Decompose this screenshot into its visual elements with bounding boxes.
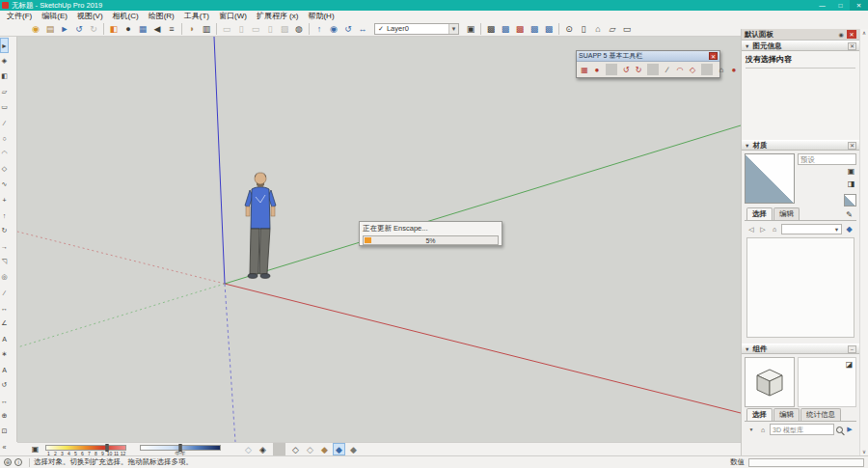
set-default-material-icon[interactable]: ◨ [846, 179, 856, 189]
suapp-toolbar-titlebar[interactable]: SUAPP 5 基本工具栏 ✕ [577, 51, 719, 62]
suapp-sphere-icon[interactable]: ● [591, 64, 603, 75]
menu-item[interactable]: 编辑(E) [37, 11, 72, 21]
in-model-home-icon[interactable]: ⌂ [758, 427, 768, 433]
tool-paint-bucket[interactable]: ◧ [0, 69, 9, 84]
tool-zoom[interactable]: ⊕ [0, 408, 9, 424]
materials-tab-edit[interactable]: 编辑 [773, 207, 800, 220]
unlock-icon[interactable]: ▩ [528, 22, 541, 36]
building-icon[interactable]: ▥ [200, 22, 213, 36]
tool-select[interactable]: ► [0, 38, 9, 53]
material-preview-swatch[interactable] [745, 153, 795, 204]
dropdown-arrow-icon[interactable]: ▼ [832, 227, 841, 233]
tool-circle[interactable]: ○ [0, 130, 9, 146]
back-arrow-icon[interactable]: ◁ [746, 226, 756, 234]
minimize-button[interactable]: — [813, 0, 831, 11]
paint-icon[interactable]: ◧ [107, 22, 121, 36]
layer-manager-icon[interactable]: ▣ [464, 22, 477, 36]
pin-icon[interactable]: ◉ [837, 31, 845, 38]
tray-header[interactable]: 默认面板 ◉ ✕ [742, 29, 859, 41]
credits-info-icon[interactable]: i [14, 458, 22, 466]
tool-zoom-extents[interactable]: ⊡ [0, 424, 9, 439]
tool-3d-text[interactable]: A [0, 362, 9, 377]
style-shaded-icon[interactable]: ◆ [318, 443, 331, 455]
materials-tab-select[interactable]: 选择 [746, 207, 773, 220]
tool-rectangle[interactable]: ▭ [0, 99, 9, 115]
component-preview-thumbnail[interactable] [745, 357, 795, 407]
tool-eraser[interactable]: ▱ [0, 84, 9, 99]
undo-icon[interactable]: ↺ [72, 22, 86, 36]
tool-protractor[interactable]: ∠ [0, 316, 9, 331]
close-button[interactable]: ✕ [850, 0, 868, 11]
shadow-time-slider[interactable]: 中午 [140, 444, 221, 455]
paint-details-icon[interactable]: ◆ [844, 224, 854, 234]
suapp-line-icon[interactable]: ∕ [662, 64, 673, 75]
style-wireframe-icon[interactable]: ◇ [289, 443, 302, 455]
menu-item[interactable]: 文件(F) [2, 11, 37, 21]
tool-tape-measure[interactable]: ∕ [0, 285, 9, 300]
section-troubleshoot-icon[interactable]: ▨ [278, 22, 291, 36]
make-group-icon[interactable]: ▩ [484, 22, 498, 36]
shadow-toggle-icon[interactable]: ▣ [29, 444, 41, 455]
scale-figure-person[interactable] [245, 172, 276, 278]
extension-store-icon[interactable]: ⊙ [562, 22, 576, 36]
menu-item[interactable]: 工具(T) [179, 11, 214, 21]
suapp-arc-icon[interactable]: ◠ [674, 64, 686, 75]
style-monochrome-icon[interactable]: ◆ [347, 443, 360, 455]
tool-move[interactable]: + [0, 192, 9, 207]
section-cut-icon[interactable]: ▯ [234, 22, 248, 36]
suapp-home-icon[interactable]: ⌂ [716, 64, 727, 75]
warehouse-icon[interactable]: ◉ [29, 22, 42, 36]
folder-icon[interactable]: ▤ [43, 22, 57, 36]
tray-scrollbar[interactable]: ∧ ∨ [859, 29, 868, 455]
chat-icon[interactable]: ◗ [185, 22, 199, 36]
collapse-triangle-icon[interactable]: ▼ [745, 143, 749, 149]
share-model-icon[interactable]: ► [58, 22, 71, 36]
globe-icon[interactable]: ◍ [292, 22, 306, 36]
components-tab-select[interactable]: 选择 [746, 408, 773, 421]
collapse-triangle-icon[interactable]: ▼ [745, 346, 749, 352]
component-box-icon[interactable]: ▯ [577, 22, 590, 36]
section-display-icon[interactable]: ▭ [220, 22, 233, 36]
components-minimize-icon[interactable]: − [848, 345, 856, 353]
measurements-input[interactable] [748, 458, 864, 467]
suapp-panel-icon[interactable]: ▦ [579, 64, 590, 75]
pan-view-icon[interactable]: ↔ [356, 22, 369, 36]
back-material-swatch[interactable] [844, 194, 856, 206]
materials-collection-dropdown[interactable]: ▼ [781, 224, 842, 234]
menu-item[interactable]: 窗口(W) [214, 11, 252, 21]
lock-icon[interactable]: ▩ [513, 22, 527, 36]
details-arrow-icon[interactable]: ▶ [845, 426, 854, 433]
tool-orbit[interactable]: ↺ [0, 377, 9, 393]
materials-header[interactable]: ▼ 材质 ✕ [742, 140, 859, 151]
tool-rotate[interactable]: ↻ [0, 223, 9, 238]
menu-item[interactable]: 扩展程序 (x) [252, 11, 304, 21]
shadow-date-slider[interactable]: 123456789101112 [45, 444, 126, 455]
style-textured-icon[interactable]: ◆ [333, 443, 345, 455]
menu-item[interactable]: 帮助(H) [303, 11, 339, 21]
materials-list-area[interactable] [746, 237, 854, 338]
style-xray-icon[interactable]: ◇ [242, 443, 255, 455]
home-icon[interactable]: ⌂ [591, 22, 605, 36]
render-sphere-icon[interactable]: ● [122, 22, 135, 36]
materials-close-icon[interactable]: ✕ [848, 142, 856, 150]
tool-make-component[interactable]: ◈ [0, 53, 9, 69]
tool-line[interactable]: ∕ [0, 115, 9, 130]
tool-arc[interactable]: ◠ [0, 146, 9, 161]
components-tab-edit[interactable]: 编辑 [773, 408, 800, 421]
menu-item[interactable]: 视图(V) [72, 11, 108, 21]
tool-axes[interactable]: ∗ [0, 346, 9, 362]
components-search-field[interactable]: 3D 模型库 [770, 424, 834, 435]
walk-view-icon[interactable]: ↑ [312, 22, 326, 36]
material-name-field[interactable]: 预设 [798, 153, 856, 165]
look-around-view-icon[interactable]: ◉ [327, 22, 340, 36]
tool-scale[interactable]: ◹ [0, 254, 9, 269]
warehouse-share-icon[interactable]: ▱ [606, 22, 619, 36]
menu-item[interactable]: 相机(C) [108, 11, 144, 21]
in-model-home-icon[interactable]: ⌂ [770, 226, 779, 233]
search-magnifier-icon[interactable] [836, 427, 843, 433]
collapse-triangle-icon[interactable]: ▼ [745, 43, 749, 49]
tool-offset[interactable]: ◎ [0, 269, 9, 285]
tool-dimension[interactable]: ↔ [0, 300, 9, 316]
style-hidden-line-icon[interactable]: ◇ [304, 443, 316, 455]
tray-close-icon[interactable]: ✕ [847, 30, 856, 39]
